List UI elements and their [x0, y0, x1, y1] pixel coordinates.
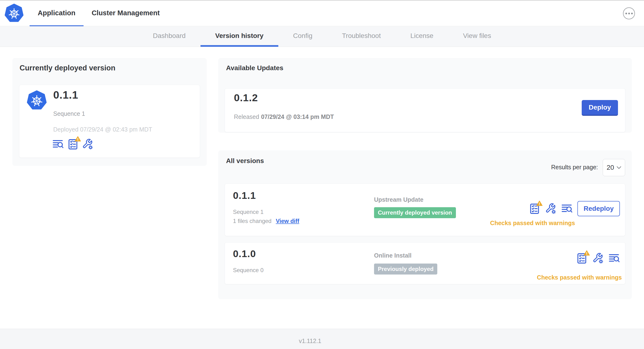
tab-cluster-management[interactable]: Cluster Management [84, 1, 168, 27]
footer: v1.112.1 [0, 329, 644, 349]
deployed-action-icons [52, 138, 93, 150]
results-per-page-label: Results per page: [551, 164, 598, 171]
redeploy-button[interactable]: Redeploy [578, 201, 620, 216]
update-version-number: 0.1.2 [234, 92, 258, 104]
available-updates-title: Available Updates [226, 64, 283, 72]
deployed-version-number: 0.1.1 [53, 89, 78, 101]
tab-view-files[interactable]: View files [448, 26, 506, 47]
update-released-timestamp: Released07/29/24 @ 03:14 pm MDT [234, 114, 334, 120]
version-source: Online Install [374, 252, 412, 259]
kubernetes-logo [4, 4, 24, 24]
warning-triangle-icon [75, 136, 81, 142]
ellipsis-icon[interactable] [623, 8, 635, 19]
warning-triangle-icon [536, 200, 542, 206]
version-actions: Redeploy [529, 201, 620, 216]
sub-nav: Dashboard Version history Config Trouble… [0, 26, 644, 47]
all-versions-card: All versions Results per page: 20 0.1.1 … [218, 150, 632, 299]
kubernetes-app-icon [26, 90, 47, 112]
preflight-checks-icon[interactable] [67, 138, 78, 150]
preflight-checks-icon[interactable] [576, 252, 588, 264]
admin-console-page: Application Cluster Management Dashboard… [0, 0, 644, 349]
view-diff-link[interactable]: View diff [276, 218, 299, 224]
currently-deployed-badge: Currently deployed version [374, 207, 456, 218]
top-nav: Application Cluster Management [0, 0, 644, 26]
preflight-status-text: Checks passed with warnings [490, 220, 575, 226]
console-version: v1.112.1 [0, 338, 620, 344]
top-nav-tabs: Application Cluster Management [30, 1, 168, 27]
tab-config[interactable]: Config [278, 26, 327, 47]
release-notes-icon[interactable] [561, 203, 573, 214]
config-icon[interactable] [592, 252, 604, 264]
version-sequence: Sequence 1 [233, 209, 264, 215]
version-number: 0.1.1 [233, 190, 256, 201]
tab-troubleshoot[interactable]: Troubleshoot [327, 26, 396, 47]
deploy-button[interactable]: Deploy [582, 100, 618, 116]
version-actions [576, 252, 620, 264]
preflight-checks-icon[interactable] [529, 203, 540, 214]
version-source: Upstream Update [374, 196, 424, 203]
currently-deployed-card: Currently deployed version 0.1.1 Sequenc… [12, 58, 207, 166]
files-changed: 1 files changed View diff [233, 218, 299, 224]
deployed-timestamp: Deployed 07/29/24 @ 02:43 pm MDT [53, 126, 152, 133]
update-row: 0.1.2 Released07/29/24 @ 03:14 pm MDT De… [224, 88, 626, 132]
config-icon[interactable] [82, 138, 93, 150]
version-number: 0.1.0 [233, 248, 256, 260]
release-notes-icon[interactable] [52, 138, 64, 150]
version-row-0-1-1: 0.1.1 Sequence 1 1 files changed View di… [224, 184, 626, 236]
release-notes-icon[interactable] [608, 252, 620, 264]
previously-deployed-badge: Previously deployed [374, 264, 437, 274]
available-updates-card: Available Updates 0.1.2 Released07/29/24… [218, 58, 632, 133]
preflight-status-text: Checks passed with warnings [537, 274, 622, 281]
config-icon[interactable] [545, 203, 556, 214]
deployed-sequence: Sequence 1 [53, 110, 85, 117]
currently-deployed-title: Currently deployed version [20, 64, 115, 72]
tab-license[interactable]: License [396, 26, 448, 47]
tab-version-history[interactable]: Version history [200, 26, 278, 47]
all-versions-title: All versions [226, 157, 264, 165]
version-row-0-1-0: 0.1.0 Sequence 0 Online Install Previous… [224, 242, 626, 284]
deployed-version-panel: 0.1.1 Sequence 1 Deployed 07/29/24 @ 02:… [19, 85, 200, 158]
tab-application[interactable]: Application [30, 1, 84, 27]
version-sequence: Sequence 0 [233, 267, 264, 274]
tab-dashboard[interactable]: Dashboard [138, 26, 200, 47]
warning-triangle-icon [584, 250, 590, 256]
results-per-page-select[interactable]: 20 [603, 159, 625, 176]
